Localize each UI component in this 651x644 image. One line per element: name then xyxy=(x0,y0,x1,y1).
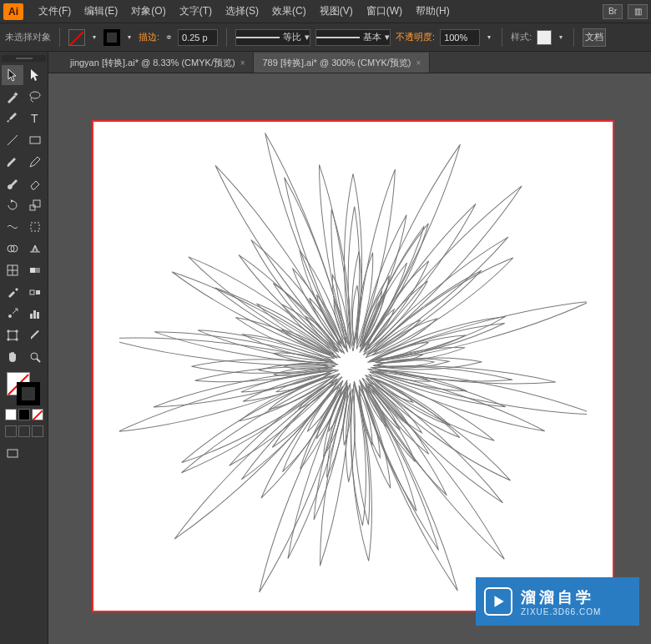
style-label: 样式: xyxy=(511,31,532,43)
draw-normal-button[interactable] xyxy=(5,425,17,437)
doc-setup-button[interactable]: 文档 xyxy=(583,28,606,47)
free-transform-tool[interactable] xyxy=(25,217,47,237)
document-tabs: jingyan [转换].ai* @ 8.33% (CMYK/预览) × 789… xyxy=(0,52,651,73)
menu-object[interactable]: 对象(O) xyxy=(124,1,172,22)
svg-rect-5 xyxy=(33,200,40,207)
fill-stroke-indicator[interactable] xyxy=(7,372,40,405)
eyedropper-tool[interactable] xyxy=(2,282,23,302)
rectangle-tool[interactable] xyxy=(25,130,47,150)
svg-rect-13 xyxy=(36,290,40,294)
width-tool[interactable] xyxy=(2,217,23,237)
panel-grip[interactable] xyxy=(2,55,46,62)
svg-rect-18 xyxy=(8,331,17,340)
menu-select[interactable]: 选择(S) xyxy=(219,1,265,22)
selection-tool[interactable] xyxy=(2,65,23,85)
line-tool[interactable] xyxy=(2,130,23,150)
pencil-tool[interactable] xyxy=(25,152,47,172)
screen-mode-button[interactable] xyxy=(2,444,23,464)
menu-effect[interactable]: 效果(C) xyxy=(265,1,313,22)
app-logo: Ai xyxy=(3,3,23,20)
stroke-dropdown[interactable]: ▾ xyxy=(125,30,134,45)
stroke-width-input[interactable] xyxy=(178,29,218,46)
svg-rect-12 xyxy=(30,290,34,294)
blob-brush-tool[interactable] xyxy=(2,174,23,194)
artboard-tool[interactable] xyxy=(2,325,23,345)
style-swatch[interactable] xyxy=(537,30,552,45)
mesh-tool[interactable] xyxy=(2,260,23,280)
menu-edit[interactable]: 编辑(E) xyxy=(78,1,124,22)
opacity-label[interactable]: 不透明度: xyxy=(396,31,435,43)
style-dropdown[interactable]: ▾ xyxy=(557,30,565,45)
menu-view[interactable]: 视图(V) xyxy=(313,1,360,22)
separator xyxy=(502,28,502,47)
play-icon xyxy=(484,587,512,616)
opacity-input[interactable] xyxy=(440,29,480,46)
lasso-tool[interactable] xyxy=(25,87,47,107)
perspective-grid-tool[interactable] xyxy=(25,239,47,259)
svg-rect-16 xyxy=(33,310,36,319)
fill-dropdown[interactable]: ▾ xyxy=(90,30,98,45)
eraser-tool[interactable] xyxy=(25,174,47,194)
menu-type[interactable]: 文字(T) xyxy=(173,1,219,22)
draw-inside-button[interactable] xyxy=(32,425,43,437)
shape-builder-tool[interactable] xyxy=(2,239,23,259)
svg-rect-15 xyxy=(30,314,33,319)
gradient-mode-button[interactable] xyxy=(18,409,30,420)
close-icon[interactable]: × xyxy=(416,58,421,68)
width-profile-dropdown[interactable]: 等比▾ xyxy=(235,29,310,46)
close-icon[interactable]: × xyxy=(240,58,245,68)
scale-tool[interactable] xyxy=(25,195,47,215)
artboard[interactable] xyxy=(92,120,614,612)
stroke-swatch[interactable] xyxy=(103,29,120,46)
column-graph-tool[interactable] xyxy=(25,304,47,324)
rotate-tool[interactable] xyxy=(2,195,23,215)
canvas[interactable] xyxy=(48,73,651,644)
stroke-stepper[interactable]: ≑ xyxy=(164,30,173,45)
slice-tool[interactable] xyxy=(25,325,47,345)
tool-panel: T xyxy=(0,52,48,644)
separator xyxy=(573,28,574,47)
stroke-label[interactable]: 描边: xyxy=(139,31,159,43)
paintbrush-tool[interactable] xyxy=(2,152,23,172)
bridge-button[interactable]: Br xyxy=(603,4,623,19)
separator xyxy=(59,28,60,47)
svg-text:T: T xyxy=(31,112,38,125)
watermark-url: ZIXUE.3D66.COM xyxy=(521,607,601,616)
stroke-indicator[interactable] xyxy=(17,382,40,405)
zoom-tool[interactable] xyxy=(25,347,47,367)
menu-window[interactable]: 窗口(W) xyxy=(360,1,409,22)
svg-rect-6 xyxy=(31,223,39,231)
layout-button[interactable]: ▥ xyxy=(628,4,648,19)
tab-jingyan[interactable]: jingyan [转换].ai* @ 8.33% (CMYK/预览) × xyxy=(62,53,254,73)
color-mode-button[interactable] xyxy=(5,409,17,420)
brush-dropdown[interactable]: 基本▾ xyxy=(315,29,391,46)
menu-help[interactable]: 帮助(H) xyxy=(409,1,457,22)
none-mode-button[interactable] xyxy=(32,409,43,420)
draw-behind-button[interactable] xyxy=(18,425,30,437)
tab-789[interactable]: 789 [转换].ai* @ 300% (CMYK/预览) × xyxy=(254,53,430,73)
opacity-dropdown[interactable]: ▾ xyxy=(485,30,493,45)
svg-rect-17 xyxy=(37,312,39,319)
symbol-sprayer-tool[interactable] xyxy=(2,304,23,324)
watermark-title: 溜溜自学 xyxy=(521,587,601,607)
fill-swatch[interactable] xyxy=(68,29,85,46)
gradient-tool[interactable] xyxy=(25,260,47,280)
options-bar: 未选择对象 ▾ ▾ 描边: ≑ 等比▾ 基本▾ 不透明度: ▾ 样式: ▾ 文档 xyxy=(0,23,651,52)
type-tool[interactable]: T xyxy=(25,108,47,128)
blend-tool[interactable] xyxy=(25,282,47,302)
basic-label: 基本 xyxy=(363,31,381,43)
svg-line-20 xyxy=(37,359,40,362)
tab-label: jingyan [转换].ai* @ 8.33% (CMYK/预览) xyxy=(70,57,235,69)
svg-rect-21 xyxy=(8,450,18,457)
pen-tool[interactable] xyxy=(2,108,23,128)
svg-point-19 xyxy=(31,353,38,360)
hand-tool[interactable] xyxy=(2,347,23,367)
menu-file[interactable]: 文件(F) xyxy=(32,1,78,22)
svg-rect-11 xyxy=(30,268,35,273)
direct-selection-tool[interactable] xyxy=(25,65,47,85)
separator xyxy=(226,28,227,47)
artwork-starburst[interactable] xyxy=(119,133,587,600)
watermark: 溜溜自学 ZIXUE.3D66.COM xyxy=(476,577,639,626)
svg-point-14 xyxy=(8,314,12,318)
magic-wand-tool[interactable] xyxy=(2,87,23,107)
